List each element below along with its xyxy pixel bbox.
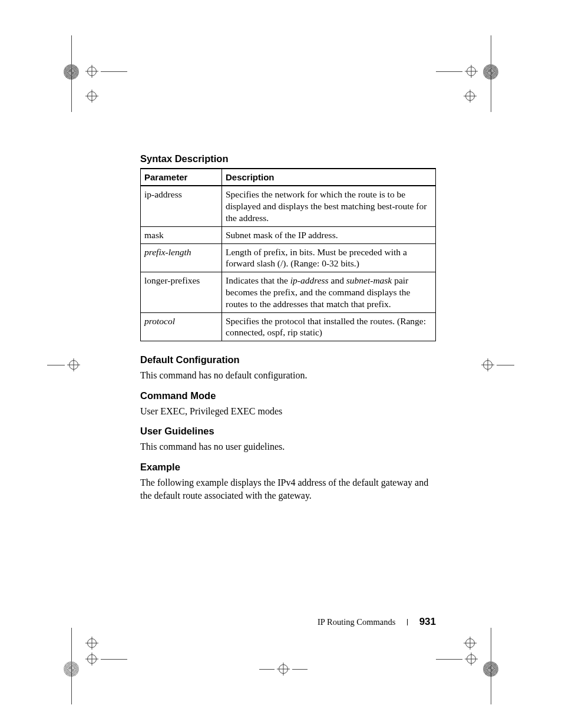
crop-mark: [85, 653, 127, 666]
text-user-guidelines: This command has no user guidelines.: [140, 440, 436, 453]
table-row: prefix-lengthLength of prefix, in bits. …: [141, 243, 436, 272]
table-row: ip-addressSpecifies the network for whic…: [141, 186, 436, 226]
page-footer: IP Routing Commands 931: [140, 616, 436, 628]
heading-syntax-description: Syntax Description: [140, 153, 436, 164]
heading-default-configuration: Default Configuration: [140, 354, 436, 365]
crop-mark: [47, 358, 80, 371]
table-cell-description: Length of prefix, in bits. Must be prece…: [222, 243, 436, 272]
table-cell-parameter: ip-address: [141, 186, 222, 226]
table-header-parameter: Parameter: [141, 169, 222, 186]
crop-mark: [464, 90, 477, 103]
crop-mark: [436, 653, 478, 666]
table-cell-parameter: prefix-length: [141, 243, 222, 272]
crop-mark: [85, 90, 98, 103]
syntax-table: Parameter Description ip-addressSpecifie…: [140, 168, 436, 341]
table-cell-parameter: longer-prefixes: [141, 272, 222, 312]
table-cell-parameter: mask: [141, 226, 222, 243]
text-default-configuration: This command has no default configuratio…: [140, 369, 436, 382]
crop-mark: [259, 663, 308, 676]
footer-section-title: IP Routing Commands: [318, 617, 395, 627]
table-row: protocolSpecifies the protocol that inst…: [141, 312, 436, 341]
table-row: maskSubnet mask of the IP address.: [141, 226, 436, 243]
table-cell-description: Specifies the network for which the rout…: [222, 186, 436, 226]
crop-mark: [85, 637, 98, 650]
page-content: Syntax Description Parameter Description…: [140, 153, 436, 510]
table-cell-description: Specifies the protocol that installed th…: [222, 312, 436, 341]
heading-example: Example: [140, 462, 436, 473]
heading-user-guidelines: User Guidelines: [140, 426, 436, 437]
crop-mark: [464, 637, 477, 650]
crop-mark: [436, 65, 478, 78]
table-row: longer-prefixesIndicates that the ip-add…: [141, 272, 436, 312]
crop-mark: [491, 628, 491, 707]
crop-mark: [481, 358, 514, 371]
heading-command-mode: Command Mode: [140, 390, 436, 401]
crop-mark: [71, 628, 72, 707]
text-command-mode: User EXEC, Privileged EXEC modes: [140, 405, 436, 418]
footer-page-number: 931: [419, 616, 436, 627]
table-header-description: Description: [222, 169, 436, 186]
crop-mark: [71, 35, 72, 114]
crop-mark: [85, 65, 127, 78]
table-cell-parameter: protocol: [141, 312, 222, 341]
table-cell-description: Indicates that the ip-address and subnet…: [222, 272, 436, 312]
table-cell-description: Subnet mask of the IP address.: [222, 226, 436, 243]
text-example: The following example displays the IPv4 …: [140, 476, 436, 502]
footer-divider: [407, 619, 408, 625]
crop-mark: [491, 35, 491, 114]
